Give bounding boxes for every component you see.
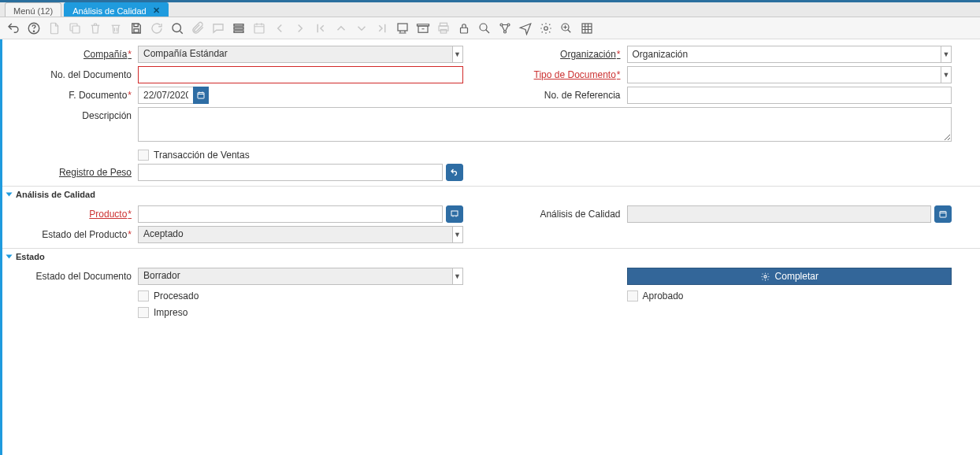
- description-input[interactable]: [138, 107, 952, 142]
- org-select[interactable]: ▼: [627, 46, 952, 63]
- grid-toggle-icon[interactable]: [230, 20, 247, 37]
- label-product-state: Estado del Producto: [2, 226, 138, 240]
- svg-rect-9: [398, 24, 407, 31]
- svg-rect-6: [234, 27, 243, 28]
- doctype-input[interactable]: [627, 66, 941, 83]
- csv-import-icon[interactable]: [578, 20, 596, 37]
- label-org[interactable]: Organización: [492, 46, 627, 60]
- svg-point-1: [33, 31, 34, 31]
- svg-rect-7: [234, 31, 243, 32]
- copy-icon: [66, 20, 84, 37]
- chevron-down-icon[interactable]: ▼: [941, 46, 952, 63]
- calendar-picker-icon[interactable]: [193, 87, 209, 104]
- company-value: Compañía Estándar: [138, 46, 452, 63]
- svg-rect-14: [461, 28, 468, 33]
- calendar-icon: [251, 20, 268, 37]
- weight-lookup[interactable]: [138, 164, 463, 181]
- sales-trx-label: Transacción de Ventas: [154, 150, 250, 161]
- last-icon: [373, 20, 391, 37]
- label-empty: [2, 288, 138, 291]
- svg-rect-24: [940, 212, 946, 218]
- workflow-icon[interactable]: [496, 20, 514, 37]
- gear-icon[interactable]: [537, 20, 555, 37]
- section-state-title: Estado: [16, 252, 45, 261]
- section-state-header[interactable]: Estado: [2, 252, 980, 261]
- chevron-down-icon[interactable]: ▼: [941, 66, 952, 83]
- label-empty: [2, 305, 138, 308]
- refno-input[interactable]: [627, 87, 952, 104]
- label-quality: Análisis de Calidad: [492, 205, 627, 220]
- chat-icon: [210, 20, 227, 37]
- svg-rect-13: [440, 29, 447, 33]
- label-empty: [2, 147, 138, 150]
- product-state-select[interactable]: Aceptado ▼: [138, 226, 463, 243]
- processed-checkbox[interactable]: [138, 290, 149, 301]
- report-icon[interactable]: [394, 20, 411, 37]
- svg-rect-8: [254, 24, 264, 32]
- org-input[interactable]: [627, 46, 941, 63]
- chevron-down-icon[interactable]: ▼: [452, 226, 463, 243]
- zoom-across-icon[interactable]: [476, 20, 493, 37]
- tab-menu[interactable]: Menú (12): [5, 2, 61, 17]
- svg-point-16: [500, 24, 503, 26]
- section-state: Estado Estado del Documento Borrador ▼ C…: [2, 248, 980, 318]
- help-icon[interactable]: [25, 20, 43, 37]
- request-icon[interactable]: [517, 20, 534, 37]
- tab-menu-label: Menú (12): [13, 6, 53, 16]
- product-info-icon[interactable]: [558, 20, 575, 37]
- docdate-input[interactable]: [138, 87, 193, 104]
- save-icon[interactable]: [128, 20, 145, 37]
- collapse-icon: [6, 255, 13, 259]
- tab-quality-analysis[interactable]: Análisis de Calidad ✕: [64, 2, 169, 17]
- section-quality-title: Análisis de Calidad: [16, 190, 95, 199]
- weight-input[interactable]: [138, 164, 443, 181]
- printed-checkbox[interactable]: [138, 307, 149, 318]
- weight-lookup-button[interactable]: [446, 164, 463, 181]
- label-weight[interactable]: Registro de Peso: [2, 164, 138, 178]
- search-icon[interactable]: [169, 20, 186, 37]
- archive-icon[interactable]: [414, 20, 432, 37]
- form-content: Compañía Compañía Estándar ▼ Organizació…: [0, 39, 980, 455]
- product-lookup-button[interactable]: [446, 205, 463, 223]
- docno-input[interactable]: [138, 66, 463, 83]
- first-icon: [312, 20, 329, 37]
- quality-lookup[interactable]: [627, 205, 952, 223]
- processed-label: Procesado: [154, 290, 199, 301]
- label-empty: [492, 268, 627, 271]
- doc-state-value: Borrador: [138, 268, 452, 285]
- prev-icon: [271, 20, 288, 37]
- product-input[interactable]: [138, 205, 443, 223]
- section-quality: Análisis de Calidad Producto Análisis de…: [2, 186, 980, 243]
- next-icon: [291, 20, 309, 37]
- lock-icon[interactable]: [455, 20, 473, 37]
- label-empty: [492, 288, 627, 291]
- label-doc-state: Estado del Documento: [2, 268, 138, 282]
- approved-checkbox[interactable]: [627, 290, 638, 301]
- label-doctype[interactable]: Tipo de Documento: [492, 66, 627, 80]
- new-icon: [46, 20, 63, 37]
- label-company[interactable]: Compañía: [2, 46, 138, 60]
- undo-icon[interactable]: [5, 20, 22, 37]
- close-icon[interactable]: ✕: [153, 6, 160, 16]
- label-refno: No. de Referencia: [492, 87, 627, 101]
- complete-button[interactable]: Completar: [627, 268, 952, 285]
- docdate-field[interactable]: [138, 87, 209, 104]
- section-quality-header[interactable]: Análisis de Calidad: [2, 190, 980, 199]
- quality-lookup-button[interactable]: [934, 205, 952, 223]
- doc-state-select[interactable]: Borrador ▼: [138, 268, 463, 285]
- sales-trx-checkbox[interactable]: [138, 150, 149, 161]
- svg-rect-22: [198, 93, 204, 99]
- down-icon: [353, 20, 370, 37]
- product-lookup[interactable]: [138, 205, 463, 223]
- label-description: Descripción: [2, 107, 138, 121]
- svg-point-18: [504, 31, 507, 33]
- company-select[interactable]: Compañía Estándar ▼: [138, 46, 463, 63]
- chevron-down-icon[interactable]: ▼: [452, 268, 463, 285]
- label-product[interactable]: Producto: [2, 205, 138, 220]
- toolbar: [0, 17, 980, 39]
- chevron-down-icon[interactable]: ▼: [452, 46, 463, 63]
- product-state-value: Aceptado: [138, 226, 452, 243]
- doctype-select[interactable]: ▼: [627, 66, 952, 83]
- collapse-icon: [6, 193, 13, 197]
- svg-rect-21: [582, 24, 592, 33]
